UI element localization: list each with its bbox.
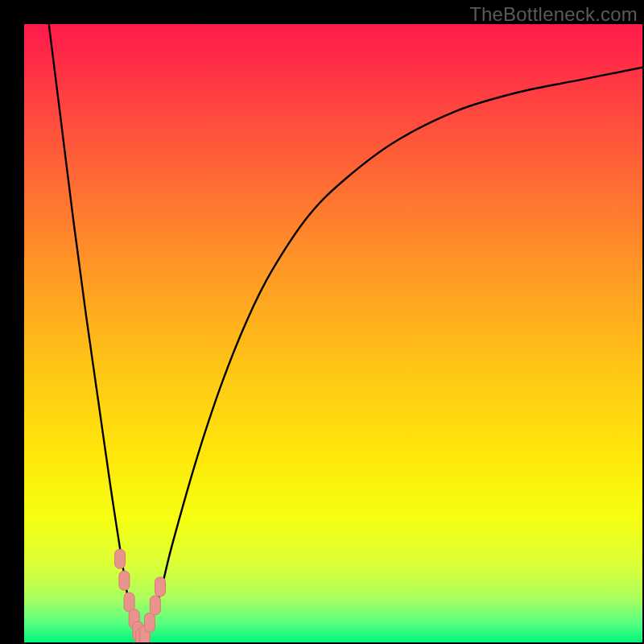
watermark-text: TheBottleneck.com [469, 3, 638, 26]
sample-point [150, 596, 160, 615]
sample-point [155, 577, 165, 597]
bottleneck-curve [49, 24, 642, 642]
chart-frame: TheBottleneck.com [0, 0, 644, 644]
sample-points [115, 549, 166, 642]
sample-point [119, 571, 130, 590]
plot-area [24, 24, 642, 642]
sample-point [144, 613, 155, 632]
sample-point [115, 549, 126, 568]
chart-overlay [24, 24, 642, 642]
